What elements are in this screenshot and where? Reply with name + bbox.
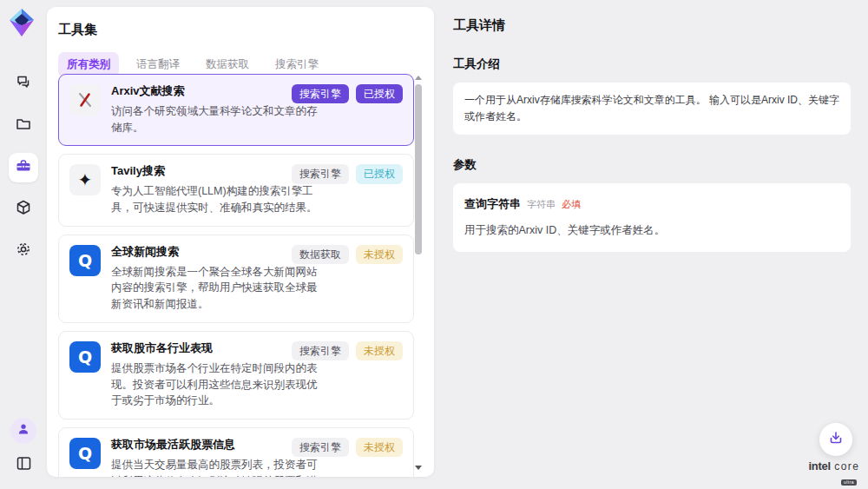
category-badge: 搜索引擎	[292, 84, 349, 103]
scroll-down-arrow-icon[interactable]	[415, 466, 422, 470]
tool-description: 访问各个研究领域大量科学论文和文章的存储库。	[111, 103, 326, 136]
arxiv-icon	[69, 84, 101, 116]
rail-bottom	[0, 418, 47, 477]
toolbox-icon	[15, 157, 32, 178]
rail-nav	[0, 69, 47, 266]
sidebar-item-settings[interactable]	[9, 236, 38, 266]
tool-list-scrollbar[interactable]	[414, 74, 423, 477]
ultra-badge: ultra	[841, 479, 857, 486]
tool-description: 专为人工智能代理(LLM)构建的搜索引擎工具，可快速提供实时、准确和真实的结果。	[111, 183, 326, 216]
tavily-icon: ✦	[69, 164, 101, 195]
tool-card[interactable]: Q 获取市场最活跃股票信息 提供当天交易量最高的股票列表，投资者可以利用这些信息…	[58, 427, 414, 477]
left-rail	[0, 0, 47, 489]
category-badge: 搜索引擎	[292, 438, 349, 457]
tool-card[interactable]: ✦ Tavily搜索 专为人工智能代理(LLM)构建的搜索引擎工具，可快速提供实…	[58, 154, 414, 226]
params-heading: 参数	[453, 157, 851, 173]
juhe-icon: Q	[69, 341, 101, 373]
app-logo	[8, 8, 36, 37]
category-badge: 搜索引擎	[292, 341, 349, 360]
toolset-panel: 工具集 所有类别 语言翻译 数据获取 搜索引擎 Arxiv文献搜索 访问各个研究…	[47, 7, 434, 477]
param-card: 查询字符串 字符串 必填 用于搜索的Arxiv ID、关键字或作者姓名。	[453, 183, 851, 252]
sidebar-item-toolbox[interactable]	[9, 153, 38, 182]
sidebar-item-folder[interactable]	[9, 111, 38, 141]
download-icon	[828, 430, 844, 449]
cube-icon	[15, 199, 32, 220]
scrollbar-thumb[interactable]	[415, 84, 422, 254]
tool-description: 提供股票市场各个行业在特定时间段内的表现。投资者可以利用这些信息来识别表现优于或…	[111, 360, 326, 409]
param-type: 字符串	[527, 197, 556, 213]
scroll-up-arrow-icon[interactable]	[415, 76, 422, 80]
details-title: 工具详情	[453, 17, 851, 34]
juhe-icon: Q	[69, 245, 101, 276]
tool-details-pane: 工具详情 工具介绍 一个用于从Arxiv存储库搜索科学论文和文章的工具。 输入可…	[434, 0, 868, 489]
download-button[interactable]	[819, 423, 852, 456]
panel-toggle-button[interactable]	[11, 453, 36, 477]
auth-status-badge: 未授权	[356, 341, 403, 360]
auth-status-badge: 未授权	[356, 438, 403, 457]
folder-icon	[15, 116, 32, 136]
tool-card[interactable]: Q 全球新闻搜索 全球新闻搜索是一个聚合全球各大新闻网站内容的搜索引擎，帮助用户…	[58, 235, 414, 323]
columns-icon	[16, 455, 32, 475]
core-wordmark: core	[834, 460, 859, 472]
person-icon	[16, 422, 30, 439]
tool-card[interactable]: Arxiv文献搜索 访问各个研究领域大量科学论文和文章的存储库。 搜索引擎 已授…	[58, 74, 414, 146]
tool-list: Arxiv文献搜索 访问各个研究领域大量科学论文和文章的存储库。 搜索引擎 已授…	[58, 74, 414, 477]
category-badge: 数据获取	[292, 245, 349, 264]
toolset-title: 工具集	[58, 22, 97, 38]
tool-card[interactable]: Q 获取股市各行业表现 提供股票市场各个行业在特定时间段内的表现。投资者可以利用…	[58, 331, 414, 420]
juhe-icon: Q	[69, 438, 101, 469]
sidebar-item-models[interactable]	[9, 195, 38, 224]
intel-wordmark: intel	[808, 459, 830, 472]
tool-description: 提供当天交易量最高的股票列表，投资者可以利用这些信息来识别流动性强的股票和潜在的…	[111, 457, 326, 477]
sidebar-item-chat[interactable]	[9, 69, 38, 99]
intro-heading: 工具介绍	[453, 56, 851, 72]
category-badge: 搜索引擎	[292, 164, 349, 183]
auth-status-badge: 未授权	[356, 245, 403, 264]
param-name: 查询字符串	[464, 195, 521, 214]
profile-button[interactable]	[10, 418, 36, 444]
intro-card: 一个用于从Arxiv存储库搜索科学论文和文章的工具。 输入可以是Arxiv ID…	[453, 83, 851, 135]
param-description: 用于搜索的Arxiv ID、关键字或作者姓名。	[464, 221, 839, 239]
param-required-flag: 必填	[562, 197, 581, 213]
auth-status-badge: 已授权	[356, 164, 403, 183]
tool-description: 全球新闻搜索是一个聚合全球各大新闻网站内容的搜索引擎，帮助用户快速获取全球最新资…	[111, 264, 326, 313]
intel-core-logo: intel core ultra	[803, 459, 865, 486]
chat-icon	[15, 74, 32, 95]
auth-status-badge: 已授权	[356, 84, 403, 103]
gear-icon	[15, 241, 32, 261]
